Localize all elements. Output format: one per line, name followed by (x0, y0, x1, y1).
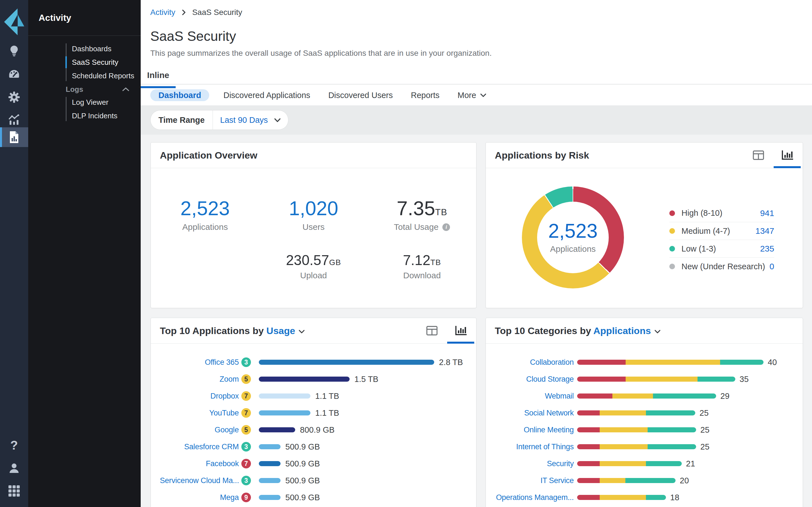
subnav-discovered-users[interactable]: Discovered Users (328, 91, 393, 100)
app-link[interactable]: Servicenow Cloud Ma... (160, 476, 239, 485)
legend-value[interactable]: 941 (757, 209, 774, 218)
legend-row-medium: Medium (4-7) 1347 (669, 222, 774, 240)
app-link[interactable]: Facebook (160, 459, 239, 468)
sidebar-item-scheduled-reports[interactable]: Scheduled Reports (72, 69, 135, 82)
risk-badge: 3 (241, 476, 251, 485)
stat-users-value[interactable]: 1,020 (259, 199, 368, 218)
usage-bar[interactable] (259, 444, 281, 449)
subnav-dashboard[interactable]: Dashboard (150, 89, 209, 101)
app-link[interactable]: Mega (160, 493, 239, 502)
page-header: Activity SaaS Security SaaS Security Thi… (141, 0, 812, 105)
time-range-value[interactable]: Last 90 Days (213, 115, 288, 125)
usage-value: 1.5 TB (354, 375, 378, 384)
category-link[interactable]: Online Meeting (495, 426, 577, 434)
sidebar-item-dashboards[interactable]: Dashboards (72, 42, 135, 55)
card-header: Top 10 Categories by Applications (486, 318, 803, 344)
stacked-bar[interactable] (577, 377, 735, 382)
usage-bar[interactable] (259, 427, 295, 432)
legend-value[interactable]: 235 (757, 244, 774, 253)
card-title: Applications by Risk (495, 150, 589, 161)
app-link[interactable]: Zoom (160, 375, 239, 384)
brand-logo[interactable] (4, 8, 24, 36)
stat-download-label: Download (403, 271, 441, 280)
category-link[interactable]: Internet of Things (495, 443, 577, 451)
top-categories-rows: Collaboration 40 Cloud Storage 35 Webmai… (486, 344, 803, 506)
category-link[interactable]: Security (495, 459, 577, 468)
category-row: IT Service 20 (486, 472, 803, 489)
app-link[interactable]: Salesforce CRM (160, 443, 239, 451)
subnav-reports[interactable]: Reports (411, 91, 440, 100)
activity-chart-icon[interactable] (0, 110, 28, 129)
legend-value[interactable]: 0 (766, 262, 774, 271)
info-icon[interactable]: i (442, 223, 450, 231)
page-title: SaaS Security (150, 29, 236, 44)
stacked-bar[interactable] (577, 393, 716, 399)
usage-bar[interactable] (259, 461, 281, 466)
chart-view-icon[interactable] (454, 324, 467, 337)
stacked-bar[interactable] (577, 495, 666, 500)
app-link[interactable]: Google (160, 426, 239, 434)
report-doc-icon[interactable] (0, 127, 28, 147)
apps-grid-icon[interactable] (0, 481, 28, 501)
legend-row-new: New (Under Research) 0 (669, 258, 774, 275)
applications-dropdown[interactable]: Applications (594, 325, 651, 336)
time-range-filter[interactable]: Time Range Last 90 Days (150, 110, 289, 130)
gear-icon[interactable] (0, 87, 28, 107)
breadcrumb-activity-link[interactable]: Activity (150, 8, 175, 17)
stacked-bar[interactable] (577, 478, 675, 483)
overview-stats-row-2: 230.57GB Upload 7.12TB Download (151, 253, 476, 280)
filter-bar: Time Range Last 90 Days (141, 105, 812, 135)
stacked-bar[interactable] (577, 410, 695, 415)
category-link[interactable]: Webmail (495, 392, 577, 400)
stacked-bar[interactable] (577, 444, 696, 449)
sidebar-item-log-viewer[interactable]: Log Viewer (72, 96, 135, 109)
sidebar-item-label: DLP Incidents (72, 112, 117, 120)
usage-bar[interactable] (259, 478, 281, 483)
app-link[interactable]: Dropbox (160, 392, 239, 400)
stat-number: 7.35 (397, 198, 435, 219)
chevron-up-icon[interactable] (122, 87, 130, 92)
sidebar-item-label: Dashboards (72, 45, 111, 53)
usage-dropdown[interactable]: Usage (266, 325, 295, 336)
table-view-icon[interactable] (425, 324, 439, 337)
stat-applications-value[interactable]: 2,523 (151, 199, 259, 218)
sidebar-section-logs[interactable]: Logs (66, 83, 130, 96)
usage-bar[interactable] (259, 360, 434, 365)
risk-donut-chart[interactable]: 2,523 Applications (522, 186, 624, 288)
risk-badge: 7 (241, 408, 251, 418)
sidebar-item-saas-security[interactable]: SaaS Security (72, 55, 135, 69)
usage-bar[interactable] (259, 393, 310, 399)
subnav-more[interactable]: More (458, 91, 486, 100)
app-link[interactable]: YouTube (160, 409, 239, 417)
usage-bar[interactable] (259, 410, 310, 415)
category-row: Webmail 29 (486, 388, 803, 404)
category-count: 29 (720, 392, 729, 401)
gauge-icon[interactable] (0, 64, 28, 84)
chart-view-icon[interactable] (781, 149, 794, 162)
lightbulb-icon[interactable] (0, 41, 28, 61)
user-icon[interactable] (0, 459, 28, 478)
stacked-bar[interactable] (577, 461, 682, 466)
category-row: Collaboration 40 (486, 354, 803, 371)
usage-bar[interactable] (259, 377, 350, 382)
category-link[interactable]: IT Service (495, 476, 577, 485)
category-link[interactable]: Social Network (495, 409, 577, 417)
subnav-discovered-applications[interactable]: Discovered Applications (223, 91, 310, 100)
stacked-bar[interactable] (577, 360, 763, 365)
legend-value[interactable]: 1347 (752, 226, 774, 236)
tab-inline[interactable]: Inline (141, 70, 175, 80)
category-link[interactable]: Operations Managem... (495, 493, 577, 502)
stat-upload-label: Upload (300, 271, 327, 280)
risk-badge: 5 (241, 425, 251, 435)
category-link[interactable]: Collaboration (495, 358, 577, 367)
app-link[interactable]: Office 365 (160, 358, 239, 367)
stacked-bar[interactable] (577, 427, 696, 432)
sidebar-item-dlp-incidents[interactable]: DLP Incidents (72, 109, 135, 122)
category-link[interactable]: Cloud Storage (495, 375, 577, 384)
page-description: This page summarizes the overall usage o… (150, 49, 492, 58)
help-icon[interactable]: ? (0, 436, 28, 455)
usage-bar[interactable] (259, 495, 281, 500)
stat-total-usage-value: 7.35TB (368, 199, 476, 218)
card-header: Top 10 Applications by Usage (151, 318, 476, 344)
table-view-icon[interactable] (752, 149, 765, 162)
